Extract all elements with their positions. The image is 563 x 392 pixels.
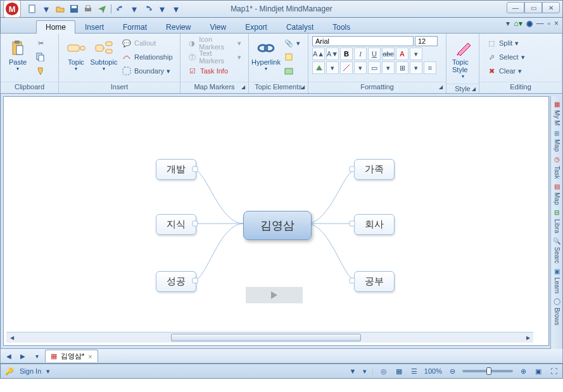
topic-right-2[interactable]: 공부 [354, 271, 395, 292]
close-tab-icon[interactable]: × [88, 353, 92, 360]
horizontal-scrollbar[interactable]: ◀ ▶ [6, 332, 533, 343]
undo-icon[interactable] [115, 4, 125, 14]
workspace-icon[interactable]: ⌂▾ [514, 19, 522, 28]
play-placeholder[interactable] [246, 287, 303, 303]
dropdown-icon[interactable]: ▾ [326, 61, 339, 74]
shrink-font-button[interactable]: A▼ [326, 47, 339, 60]
dialog-launcher-icon[interactable]: ◢ [470, 85, 478, 93]
side-search[interactable]: 🔍Searc [552, 236, 562, 263]
copy-button[interactable] [32, 50, 49, 64]
clear-button[interactable]: ✖Clear ▾ [483, 64, 528, 78]
tab-next-button[interactable]: ▶ [17, 350, 28, 362]
close-button[interactable]: ✕ [542, 2, 560, 13]
connector-dot[interactable] [350, 278, 355, 284]
close-doc-icon[interactable]: × [554, 19, 559, 28]
icon-markers-button[interactable]: ◑Icon Markers ▾ [184, 36, 244, 50]
view-map-icon[interactable]: ▦ [394, 366, 404, 376]
connector-dot[interactable] [350, 167, 355, 172]
zoom-out-button[interactable]: ⊖ [447, 366, 457, 376]
dropdown-icon[interactable]: ▾ [382, 61, 395, 74]
tab-insert[interactable]: Insert [75, 20, 113, 34]
boundary-button[interactable]: Boundary ▾ [118, 64, 176, 78]
tab-format[interactable]: Format [113, 20, 156, 34]
connector-dot[interactable] [193, 221, 198, 227]
send-icon[interactable] [97, 4, 107, 14]
font-name-select[interactable] [312, 36, 414, 46]
callout-button[interactable]: 💬Callout [118, 36, 176, 50]
fill-color-button[interactable] [312, 61, 325, 74]
connector-dot[interactable] [193, 278, 198, 284]
scroll-left-icon[interactable]: ◀ [6, 332, 17, 343]
central-topic[interactable]: 김영삼 [243, 211, 312, 240]
scroll-thumb[interactable] [171, 334, 361, 341]
dropdown-icon[interactable]: ▾ [410, 47, 422, 60]
tab-list-button[interactable]: ▾ [31, 350, 42, 362]
canvas[interactable]: 김영삼 개발 지식 성공 가족 회사 공부 ◀ ▶ [3, 96, 549, 346]
bold-button[interactable]: B [340, 47, 353, 60]
side-browser[interactable]: ◯Brows [552, 296, 562, 326]
zoom-slider[interactable] [462, 370, 513, 372]
tab-catalyst[interactable]: Catalyst [277, 20, 323, 34]
topic-left-2[interactable]: 성공 [156, 271, 196, 292]
print-icon[interactable] [83, 4, 93, 14]
focus-icon[interactable]: ◎ [379, 366, 389, 376]
tab-review[interactable]: Review [156, 20, 200, 34]
font-color-button[interactable]: A [396, 47, 408, 60]
view-outline-icon[interactable]: ☰ [409, 366, 419, 376]
side-task[interactable]: ◷Task [552, 155, 562, 179]
dialog-launcher-icon[interactable]: ◢ [239, 84, 247, 91]
line-color-button[interactable] [340, 61, 353, 74]
dialog-launcher-icon[interactable]: ◢ [437, 84, 445, 91]
dropdown-icon[interactable]: ▾ [129, 4, 139, 14]
dropdown-icon[interactable]: ▾ [41, 4, 51, 14]
side-learn[interactable]: ▣Learn [552, 266, 562, 294]
cut-button[interactable]: ✂ [32, 36, 49, 50]
min-ribbon-icon[interactable]: — [536, 19, 544, 28]
underline-button[interactable]: U [368, 47, 381, 60]
tab-export[interactable]: Export [236, 20, 277, 34]
tab-home[interactable]: Home [36, 20, 75, 34]
italic-button[interactable]: I [354, 47, 367, 60]
task-info-button[interactable]: ☑Task Info [184, 64, 244, 78]
hyperlink-button[interactable]: Hyperlink▾ [253, 36, 279, 73]
topic-right-1[interactable]: 회사 [354, 214, 395, 235]
notes-button[interactable] [281, 50, 303, 64]
split-button[interactable]: ⬚Split ▾ [483, 36, 528, 50]
text-markers-button[interactable]: ⓉText Markers ▾ [184, 50, 244, 64]
tab-view[interactable]: View [200, 20, 236, 34]
minimize-button[interactable]: — [507, 2, 524, 13]
image-button[interactable] [281, 64, 303, 78]
dialog-launcher-icon[interactable]: ◢ [299, 84, 307, 91]
redo-icon[interactable] [143, 4, 153, 14]
relationship-button[interactable]: Relationship [118, 50, 176, 64]
align-button[interactable]: ≡ [424, 61, 436, 74]
maximize-button[interactable]: ▭ [524, 2, 542, 13]
side-mapparts[interactable]: ⊞Map [552, 128, 562, 151]
connector-dot[interactable] [193, 167, 198, 172]
topic-button[interactable]: Topic▾ [63, 36, 89, 73]
document-tab[interactable]: ▦ 김영삼* × [45, 350, 98, 362]
topic-left-0[interactable]: 개발 [156, 159, 196, 180]
shape-button[interactable]: ▭ [368, 61, 381, 74]
app-menu-button[interactable]: M [3, 0, 21, 18]
signin-icon[interactable]: 🔑 [4, 366, 15, 376]
scroll-right-icon[interactable]: ▶ [522, 332, 533, 343]
filter-icon[interactable]: ▼ [348, 366, 358, 376]
fit-map-icon[interactable]: ▣ [533, 366, 543, 376]
help-icon[interactable]: ◉ [526, 19, 533, 28]
dropdown-icon[interactable]: ▾ [410, 61, 422, 74]
new-icon[interactable] [27, 4, 37, 14]
subtopic-button[interactable]: Subtopic▾ [91, 36, 117, 73]
topic-style-button[interactable]: Topic Style▾ [450, 36, 475, 81]
connector-dot[interactable] [350, 221, 355, 227]
dropdown-icon[interactable]: ▾ [354, 61, 367, 74]
growth-button[interactable]: ⊞ [396, 61, 408, 74]
topic-right-0[interactable]: 가족 [354, 159, 395, 180]
signin-label[interactable]: Sign In [20, 367, 41, 375]
topic-left-1[interactable]: 지식 [156, 214, 196, 235]
qat-customize-icon[interactable]: ▾ [171, 4, 181, 14]
paste-button[interactable]: Paste▾ [4, 36, 31, 73]
dropdown-icon[interactable]: ▾ [157, 4, 167, 14]
side-library[interactable]: ⊟Libra [552, 208, 562, 233]
attachment-button[interactable]: 📎▾ [281, 36, 303, 50]
